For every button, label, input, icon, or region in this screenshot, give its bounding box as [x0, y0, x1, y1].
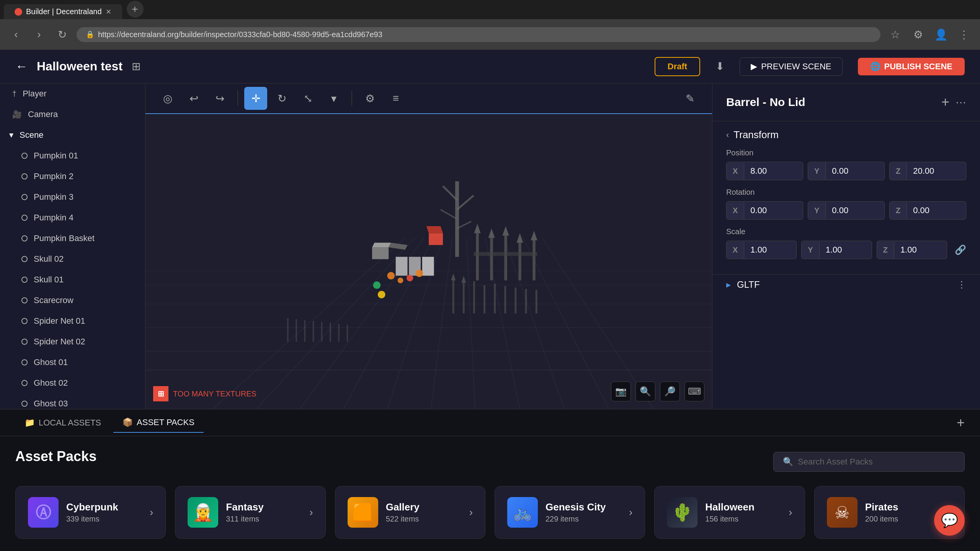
position-y-field[interactable]: Y: [808, 162, 885, 180]
tab-local-assets[interactable]: 📁 LOCAL ASSETS: [15, 413, 110, 432]
transform-section-header[interactable]: ‹ Transform: [712, 121, 980, 148]
scale-z-field[interactable]: Z: [877, 241, 947, 259]
item-circle-icon: [21, 401, 28, 407]
rotation-x-field[interactable]: X: [726, 201, 803, 220]
sidebar-item-label: Camera: [28, 109, 58, 119]
sx-axis-label: X: [727, 242, 744, 258]
rotation-z-input[interactable]: [907, 202, 966, 219]
scale-tool-btn[interactable]: ⤡: [296, 87, 319, 110]
sidebar-item-player[interactable]: † Player: [0, 83, 145, 104]
preview-scene-button[interactable]: ▶ PREVIEW SCENE: [740, 57, 842, 76]
scale-lock-btn[interactable]: 🔗: [955, 245, 966, 255]
gltf-menu-btn[interactable]: ⋮: [957, 279, 966, 290]
sidebar-item-skull01[interactable]: Skull 01: [0, 269, 145, 290]
tab-title: Builder | Decentraland: [26, 7, 102, 16]
edit-pencil-btn[interactable]: ✎: [678, 87, 701, 110]
pack-card-fantasy[interactable]: 🧝 Fantasy 311 items ›: [175, 486, 325, 539]
rotation-y-input[interactable]: [826, 202, 884, 219]
svg-point-50: [373, 281, 381, 289]
asset-packs-title: Asset Packs: [15, 448, 96, 465]
tab-close-btn[interactable]: ✕: [106, 8, 111, 16]
asset-search-bar[interactable]: 🔍 Search Asset Packs: [773, 452, 965, 472]
position-x-field[interactable]: X: [726, 162, 803, 180]
pack-card-halloween[interactable]: 🌵 Halloween 156 items ›: [654, 486, 805, 539]
scale-y-input[interactable]: [820, 241, 872, 259]
position-z-input[interactable]: [907, 162, 966, 180]
sidebar-item-pumpkin-basket[interactable]: Pumpkin Basket: [0, 228, 145, 249]
bookmark-btn[interactable]: ☆: [887, 26, 903, 43]
scale-label: Scale: [726, 227, 966, 236]
grid-view-icon[interactable]: ⊞: [132, 60, 140, 73]
active-tab[interactable]: Builder | Decentraland ✕: [4, 4, 122, 19]
sidebar-item-label: Pumpkin 2: [34, 171, 74, 181]
address-bar[interactable]: 🔒 https://decentraland.org/builder/inspe…: [77, 27, 880, 42]
rz-axis-label: Z: [890, 202, 907, 219]
forward-nav-btn[interactable]: ›: [31, 26, 47, 43]
gltf-label: GLTF: [737, 279, 951, 290]
settings-tool-btn[interactable]: ⚙: [358, 87, 381, 110]
panel-menu-btn[interactable]: ⋯: [956, 96, 966, 109]
publish-scene-button[interactable]: 🌐 PUBLISH SCENE: [858, 58, 965, 75]
position-x-input[interactable]: [744, 162, 803, 180]
right-panel: Barrel - No Lid + ⋯ ‹ Transform Position…: [712, 83, 980, 409]
compass-tool-btn[interactable]: ◎: [156, 87, 179, 110]
undo-tool-btn[interactable]: ↩: [182, 87, 205, 110]
back-nav-btn[interactable]: ‹: [8, 26, 24, 43]
chat-support-btn[interactable]: 💬: [934, 505, 965, 536]
tab-asset-packs[interactable]: 📦 ASSET PACKS: [113, 413, 204, 433]
scale-y-field[interactable]: Y: [801, 241, 872, 259]
z-axis-label: Z: [890, 163, 907, 179]
pack-card-genesis[interactable]: 🚲 Genesis City 229 items ›: [495, 486, 645, 539]
sidebar-item-pumpkin01[interactable]: Pumpkin 01: [0, 145, 145, 166]
translate-tool-btn[interactable]: ✛: [244, 87, 267, 110]
rotation-z-field[interactable]: Z: [889, 201, 966, 220]
zoom-in-btn[interactable]: 🔍: [635, 381, 655, 401]
rx-axis-label: X: [727, 202, 744, 219]
sidebar-item-pumpkin4[interactable]: Pumpkin 4: [0, 207, 145, 228]
extensions-btn[interactable]: ⚙: [910, 26, 926, 43]
zoom-out-btn[interactable]: 🔎: [660, 381, 680, 401]
position-z-field[interactable]: Z: [889, 162, 966, 180]
snap-dropdown-btn[interactable]: ▾: [322, 87, 345, 110]
pack-card-gallery[interactable]: 🟧 Gallery 522 items ›: [335, 486, 485, 539]
sidebar-item-spidernet02[interactable]: Spider Net 02: [0, 331, 145, 352]
download-button[interactable]: ⬇: [715, 60, 724, 73]
rotation-x-input[interactable]: [744, 202, 803, 219]
sidebar-item-camera[interactable]: 🎥 Camera: [0, 104, 145, 125]
layers-tool-btn[interactable]: ≡: [384, 87, 407, 110]
item-circle-icon: [21, 297, 28, 303]
sidebar-item-pumpkin2[interactable]: Pumpkin 2: [0, 166, 145, 187]
rotate-tool-btn[interactable]: ↻: [270, 87, 293, 110]
sidebar-item-pumpkin3[interactable]: Pumpkin 3: [0, 187, 145, 207]
pack-card-cyberpunk[interactable]: Ⓐ Cyberpunk 339 items ›: [15, 486, 166, 539]
new-tab-btn[interactable]: +: [127, 1, 144, 18]
position-y-input[interactable]: [826, 162, 884, 180]
profile-btn[interactable]: 👤: [933, 26, 949, 43]
sidebar-item-ghost01[interactable]: Ghost 01: [0, 352, 145, 373]
viewport-3d[interactable]: ⊞ TOO MANY TEXTURES 📷 🔍 🔎 ⌨: [145, 114, 712, 409]
rotation-y-field[interactable]: Y: [808, 201, 885, 220]
add-pack-btn[interactable]: +: [957, 415, 965, 431]
sidebar-section-scene[interactable]: ▾ Scene: [0, 125, 145, 145]
sidebar-item-skull02[interactable]: Skull 02: [0, 249, 145, 269]
scale-x-input[interactable]: [744, 241, 796, 259]
svg-rect-39: [536, 290, 537, 314]
panel-add-component-btn[interactable]: +: [941, 94, 949, 110]
menu-btn[interactable]: ⋮: [956, 26, 972, 43]
scale-x-field[interactable]: X: [726, 241, 797, 259]
svg-rect-33: [473, 281, 475, 313]
reload-nav-btn[interactable]: ↻: [54, 26, 70, 43]
sidebar-item-scarecrow[interactable]: Scarecrow: [0, 290, 145, 311]
svg-point-51: [378, 291, 385, 298]
draft-button[interactable]: Draft: [655, 57, 700, 76]
sidebar-item-ghost03[interactable]: Ghost 03: [0, 393, 145, 409]
scale-z-input[interactable]: [894, 241, 947, 259]
sidebar-item-ghost02[interactable]: Ghost 02: [0, 373, 145, 393]
keyboard-btn[interactable]: ⌨: [684, 381, 704, 401]
sidebar-item-spidernet01[interactable]: Spider Net 01: [0, 311, 145, 331]
redo-tool-btn[interactable]: ↪: [208, 87, 231, 110]
screenshot-btn[interactable]: 📷: [611, 381, 631, 401]
pack-name: Genesis City: [546, 501, 621, 513]
gltf-expand-icon[interactable]: ▸: [726, 279, 731, 290]
back-button[interactable]: ←: [15, 59, 28, 73]
